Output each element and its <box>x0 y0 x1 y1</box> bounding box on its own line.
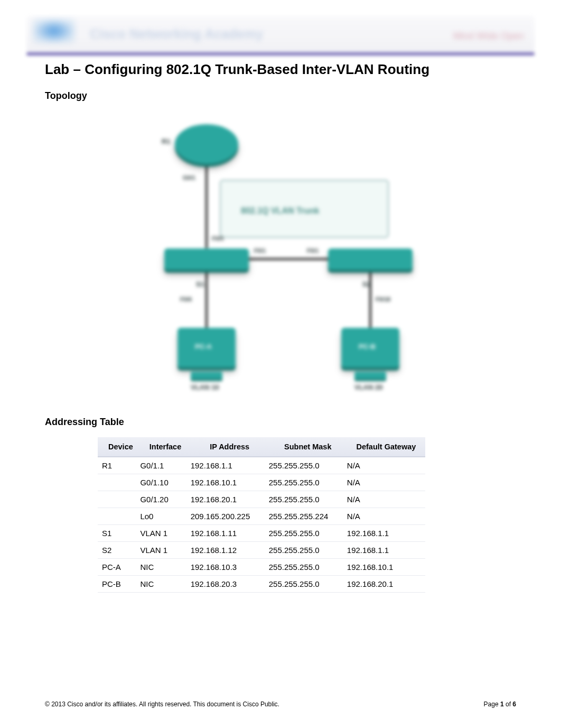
table-header-row: Device Interface IP Address Subnet Mask … <box>98 437 425 457</box>
pc-a-label: PC-A <box>195 343 212 351</box>
router-label: R1 <box>162 137 171 145</box>
cable-r1-s1 <box>205 156 208 248</box>
cell-mask: 255.255.255.224 <box>269 508 347 525</box>
cell-device: PC-B <box>98 576 140 593</box>
topology-figure: 802.1Q VLAN Trunk R1 S1 S2 PC-A VLAN 10 … <box>45 111 516 402</box>
cell-device: S2 <box>98 542 140 559</box>
brand-text: Cisco Networking Academy <box>90 26 259 42</box>
cisco-logo-icon <box>33 19 75 43</box>
trunk-label: 802.1Q VLAN Trunk <box>241 206 320 216</box>
cell-mask: 255.255.255.0 <box>269 457 347 474</box>
cell-gateway: N/A <box>347 491 425 508</box>
cell-ip: 192.168.1.1 <box>191 457 269 474</box>
page-content: Lab – Configuring 802.1Q Trunk-Based Int… <box>45 58 516 593</box>
table-row: G0/1.20 192.168.20.1 255.255.255.0 N/A <box>98 491 425 508</box>
cell-mask: 255.255.255.0 <box>269 474 347 491</box>
port-s1-up: F0/5 <box>212 235 223 242</box>
cell-device <box>98 491 140 508</box>
table-row: Lo0 209.165.200.225 255.255.255.224 N/A <box>98 508 425 525</box>
router-icon <box>175 124 238 164</box>
page-footer: © 2013 Cisco and/or its affiliates. All … <box>45 701 516 708</box>
table-row: PC-A NIC 192.168.10.3 255.255.255.0 192.… <box>98 559 425 576</box>
cell-mask: 255.255.255.0 <box>269 559 347 576</box>
vlan20-label: VLAN 20 <box>354 383 382 391</box>
cell-ip: 209.165.200.225 <box>191 508 269 525</box>
section-topology-heading: Topology <box>45 90 516 102</box>
table-row: R1 G0/1.1 192.168.1.1 255.255.255.0 N/A <box>98 457 425 474</box>
cell-gateway: N/A <box>347 457 425 474</box>
cell-mask: 255.255.255.0 <box>269 525 347 542</box>
cell-ip: 192.168.10.3 <box>191 559 269 576</box>
cell-device: R1 <box>98 457 140 474</box>
col-device: Device <box>98 437 140 457</box>
cell-mask: 255.255.255.0 <box>269 576 347 593</box>
topology-diagram: 802.1Q VLAN Trunk R1 S1 S2 PC-A VLAN 10 … <box>148 111 413 402</box>
cell-gateway: 192.168.1.1 <box>347 542 425 559</box>
cell-device: PC-A <box>98 559 140 576</box>
cell-gateway: N/A <box>347 508 425 525</box>
port-s1-down: F0/6 <box>180 296 192 302</box>
page-prefix: Page <box>484 701 500 708</box>
pc-b-label: PC-B <box>359 343 376 351</box>
cable-s2-pcb <box>369 267 371 336</box>
page-indicator: Page 1 of 6 <box>484 701 516 708</box>
cell-device <box>98 508 140 525</box>
col-interface: Interface <box>140 437 190 457</box>
table-row: PC-B NIC 192.168.20.3 255.255.255.0 192.… <box>98 576 425 593</box>
addressing-table: Device Interface IP Address Subnet Mask … <box>98 437 425 593</box>
cell-interface: Lo0 <box>140 508 190 525</box>
cell-ip: 192.168.1.11 <box>191 525 269 542</box>
cell-ip: 192.168.10.1 <box>191 474 269 491</box>
switch-s1-label: S1 <box>196 280 204 288</box>
cell-device <box>98 474 140 491</box>
table-body: R1 G0/1.1 192.168.1.1 255.255.255.0 N/A … <box>98 457 425 593</box>
col-mask: Subnet Mask <box>269 437 347 457</box>
cell-ip: 192.168.1.12 <box>191 542 269 559</box>
table-row: G0/1.10 192.168.10.1 255.255.255.0 N/A <box>98 474 425 491</box>
port-s1-right: F0/1 <box>254 247 266 254</box>
col-gateway: Default Gateway <box>347 437 425 457</box>
cable-s1-pca <box>205 267 208 336</box>
table-row: S2 VLAN 1 192.168.1.12 255.255.255.0 192… <box>98 542 425 559</box>
copyright-text: © 2013 Cisco and/or its affiliates. All … <box>45 701 279 708</box>
cell-gateway: 192.168.20.1 <box>347 576 425 593</box>
motto-text: Mind Wide Open <box>453 31 524 42</box>
switch-s2-icon <box>328 248 413 270</box>
cell-interface: G0/1.10 <box>140 474 190 491</box>
cell-gateway: 192.168.10.1 <box>347 559 425 576</box>
port-s2-left: F0/1 <box>307 247 319 254</box>
cell-interface: VLAN 1 <box>140 542 190 559</box>
cell-interface: NIC <box>140 576 190 593</box>
port-r1: G0/1 <box>183 174 195 181</box>
addressing-section: Addressing Table Device Interface IP Add… <box>45 417 516 593</box>
cell-mask: 255.255.255.0 <box>269 491 347 508</box>
table-row: S1 VLAN 1 192.168.1.11 255.255.255.0 192… <box>98 525 425 542</box>
col-ip: IP Address <box>191 437 269 457</box>
cell-mask: 255.255.255.0 <box>269 542 347 559</box>
cell-interface: G0/1.20 <box>140 491 190 508</box>
cell-interface: G0/1.1 <box>140 457 190 474</box>
page-sep: of <box>504 701 513 708</box>
cell-gateway: N/A <box>347 474 425 491</box>
vlan10-label: VLAN 10 <box>191 383 219 391</box>
page-current: 1 <box>500 701 504 708</box>
switch-s1-icon <box>164 248 249 270</box>
cell-ip: 192.168.20.1 <box>191 491 269 508</box>
addressing-table-wrap: Device Interface IP Address Subnet Mask … <box>98 437 425 593</box>
cell-interface: NIC <box>140 559 190 576</box>
section-addressing-heading: Addressing Table <box>45 417 516 428</box>
cell-gateway: 192.168.1.1 <box>347 525 425 542</box>
page-title: Lab – Configuring 802.1Q Trunk-Based Int… <box>45 61 516 78</box>
cell-ip: 192.168.20.3 <box>191 576 269 593</box>
port-s2-down: F0/18 <box>376 296 390 302</box>
switch-s2-label: S2 <box>362 280 371 288</box>
cell-device: S1 <box>98 525 140 542</box>
cell-interface: VLAN 1 <box>140 525 190 542</box>
page-total: 6 <box>512 701 516 708</box>
